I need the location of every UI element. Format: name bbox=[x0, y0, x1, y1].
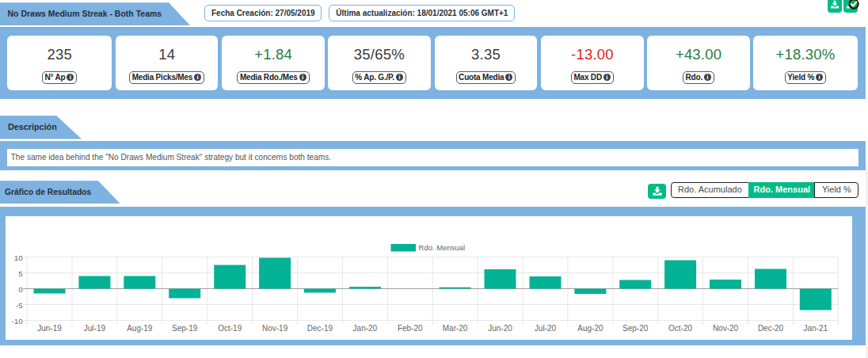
svg-text:Jun-20: Jun-20 bbox=[488, 324, 512, 333]
svg-text:-10: -10 bbox=[11, 316, 23, 325]
svg-text:Oct-20: Oct-20 bbox=[668, 324, 692, 333]
svg-text:Rdo. Mensual: Rdo. Mensual bbox=[419, 243, 466, 252]
svg-text:Dec-20: Dec-20 bbox=[758, 324, 784, 333]
svg-text:Jul-19: Jul-19 bbox=[84, 324, 106, 333]
svg-text:Aug-19: Aug-19 bbox=[127, 324, 153, 333]
svg-text:Feb-20: Feb-20 bbox=[398, 324, 423, 333]
svg-text:Aug-20: Aug-20 bbox=[577, 324, 603, 333]
svg-text:10: 10 bbox=[14, 253, 23, 261]
svg-text:Jan-20: Jan-20 bbox=[353, 324, 378, 333]
svg-text:Oct-19: Oct-19 bbox=[218, 324, 242, 333]
svg-text:Dec-19: Dec-19 bbox=[307, 324, 333, 333]
svg-text:Mar-20: Mar-20 bbox=[443, 324, 468, 333]
svg-text:Sep-19: Sep-19 bbox=[172, 324, 198, 333]
svg-text:0: 0 bbox=[18, 284, 23, 293]
svg-text:Jan-21: Jan-21 bbox=[804, 324, 828, 333]
svg-text:Jul-20: Jul-20 bbox=[535, 324, 557, 333]
svg-text:Sep-20: Sep-20 bbox=[622, 324, 649, 333]
svg-text:Jun-19: Jun-19 bbox=[37, 324, 62, 333]
svg-text:-5: -5 bbox=[16, 300, 23, 309]
svg-text:Nov-20: Nov-20 bbox=[713, 324, 739, 333]
svg-text:5: 5 bbox=[18, 268, 23, 277]
svg-text:Nov-19: Nov-19 bbox=[262, 324, 288, 333]
